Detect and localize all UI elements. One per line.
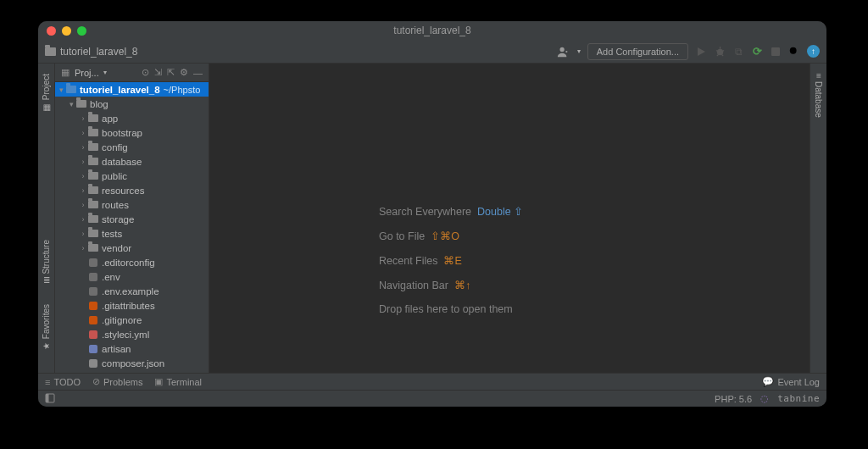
chevron-right-icon[interactable]: › [79, 186, 87, 195]
tree-row[interactable]: .styleci.yml [55, 327, 209, 341]
file-icon [89, 273, 97, 281]
hint-recent-files: Recent Files ⌘E [379, 254, 462, 267]
folder-icon [88, 186, 98, 194]
close-window-button[interactable] [47, 26, 56, 36]
collapse-all-icon[interactable]: ⇱ [164, 67, 177, 78]
debug-icon[interactable] [714, 46, 726, 58]
terminal-tool-tab[interactable]: ▣Terminal [154, 376, 202, 387]
tree-row[interactable]: ›tests [55, 226, 209, 241]
tree-row[interactable]: ›public [55, 169, 209, 183]
chevron-right-icon[interactable]: › [79, 172, 87, 180]
php-version-status[interactable]: PHP: 5.6 [715, 394, 752, 404]
tree-row[interactable]: .gitignore [55, 313, 209, 327]
code-with-me-icon[interactable] [557, 46, 569, 58]
chevron-down-icon[interactable]: ▾ [577, 47, 581, 55]
tree-root-row[interactable]: ▾ tutoriel_laravel_8 ~/Phpsto [55, 82, 209, 97]
project-sidebar: ▦ Proj... ▾ ⊙ ⇲ ⇱ ⚙ — ▾ tutoriel_laravel… [55, 64, 209, 373]
chevron-right-icon[interactable]: › [79, 143, 87, 152]
chevron-right-icon[interactable]: › [79, 129, 87, 137]
updates-available-icon[interactable]: ↑ [807, 45, 820, 58]
tree-item-label: public [102, 171, 127, 181]
folder-icon [88, 201, 98, 208]
tree-item-label: config [102, 142, 128, 152]
chevron-right-icon[interactable]: › [79, 158, 87, 166]
tree-item-label: .env.example [102, 286, 159, 297]
chevron-right-icon[interactable]: › [79, 230, 87, 238]
update-project-icon[interactable]: ⟳ [751, 46, 763, 58]
chevron-right-icon[interactable]: › [79, 114, 87, 123]
tree-row[interactable]: .env.example [55, 284, 209, 298]
tree-row[interactable]: ›resources [55, 183, 209, 197]
editor-empty-state[interactable]: Search Everywhere Double ⇧ Go to File ⇧⌘… [209, 64, 810, 373]
chevron-down-icon[interactable]: ▾ [103, 69, 107, 76]
favorites-tool-tab[interactable]: ★ Favorites [42, 299, 51, 356]
stop-icon[interactable] [770, 46, 782, 58]
select-opened-file-icon[interactable]: ⊙ [139, 67, 152, 78]
svg-line-4 [796, 53, 799, 56]
database-icon: ≡ [816, 71, 821, 80]
tree-row[interactable]: ›database [55, 154, 209, 169]
todo-icon: ≡ [45, 377, 50, 387]
add-configuration-button[interactable]: Add Configuration... [587, 43, 688, 60]
coverage-icon[interactable]: ⧉ [732, 46, 744, 58]
tree-row[interactable]: artisan [55, 341, 209, 356]
tree-item-label: artisan [102, 344, 131, 354]
tree-item-label: .gitattributes [102, 301, 155, 311]
tree-item-label: app [102, 114, 118, 124]
tree-row[interactable]: ›storage [55, 212, 209, 226]
tree-row[interactable]: ›config [55, 140, 209, 154]
settings-icon[interactable]: ⚙ [177, 67, 191, 78]
expand-all-icon[interactable]: ⇲ [152, 67, 164, 78]
tree-row[interactable]: ▾blog [55, 97, 209, 111]
tree-row[interactable]: ›routes [55, 197, 209, 212]
tabnine-icon: ◌ [760, 393, 769, 404]
tabnine-status[interactable]: tabnine [777, 393, 820, 404]
chevron-right-icon[interactable]: › [79, 215, 87, 224]
project-panel-header: ▦ Proj... ▾ ⊙ ⇲ ⇱ ⚙ — [55, 64, 209, 82]
folder-icon [88, 230, 98, 237]
tree-item-label: .env [102, 272, 120, 282]
file-icon [89, 258, 97, 267]
tree-row[interactable]: ›bootstrap [55, 125, 209, 140]
folder-icon: ▦ [42, 103, 51, 112]
tree-row[interactable]: .gitattributes [55, 298, 209, 313]
hint-drop-files: Drop files here to open them [379, 303, 513, 315]
tree-row[interactable]: .env [55, 269, 209, 284]
todo-tool-tab[interactable]: ≡TODO [45, 377, 81, 387]
chevron-down-icon[interactable]: ▾ [57, 86, 65, 94]
tree-item-label: .styleci.yml [102, 330, 149, 340]
run-icon[interactable] [695, 46, 707, 58]
maximize-window-button[interactable] [77, 26, 86, 36]
project-tree[interactable]: ▾ tutoriel_laravel_8 ~/Phpsto ▾blog›app›… [55, 82, 209, 373]
tree-row[interactable]: ›app [55, 111, 209, 125]
minimize-window-button[interactable] [62, 26, 71, 36]
terminal-icon: ▣ [154, 376, 163, 387]
folder-icon [88, 158, 98, 165]
hide-panel-icon[interactable]: — [191, 68, 205, 78]
tree-row[interactable]: .editorconfig [55, 255, 209, 269]
breadcrumb[interactable]: tutoriel_laravel_8 [45, 46, 137, 58]
tree-row[interactable]: composer.json [55, 356, 209, 370]
database-tool-tab[interactable]: ≡ Database [814, 69, 823, 123]
search-icon[interactable] [788, 46, 800, 58]
folder-icon [66, 86, 76, 93]
project-tool-tab[interactable]: ▦ Project [42, 69, 51, 117]
tree-item-label: resources [102, 186, 145, 196]
hint-search-everywhere: Search Everywhere Double ⇧ [379, 205, 523, 218]
tree-row[interactable]: ›vendor [55, 241, 209, 255]
folder-icon [88, 129, 98, 136]
folder-icon [88, 215, 98, 223]
right-tool-gutter: ≡ Database [810, 64, 826, 373]
title-bar[interactable]: tutoriel_laravel_8 [38, 21, 826, 40]
folder-icon [88, 244, 98, 252]
tool-windows-toggle-icon[interactable] [45, 393, 55, 405]
event-log-tab[interactable]: 💬Event Log [762, 376, 820, 387]
structure-tool-tab[interactable]: ≣ Structure [42, 235, 51, 289]
chevron-right-icon[interactable]: › [79, 244, 87, 252]
folder-icon [76, 100, 86, 108]
problems-tool-tab[interactable]: ⊘Problems [92, 376, 142, 387]
chevron-right-icon[interactable]: › [79, 201, 87, 209]
chevron-down-icon[interactable]: ▾ [67, 100, 75, 108]
svg-point-3 [790, 47, 797, 53]
project-panel-title[interactable]: Proj... [75, 68, 99, 78]
